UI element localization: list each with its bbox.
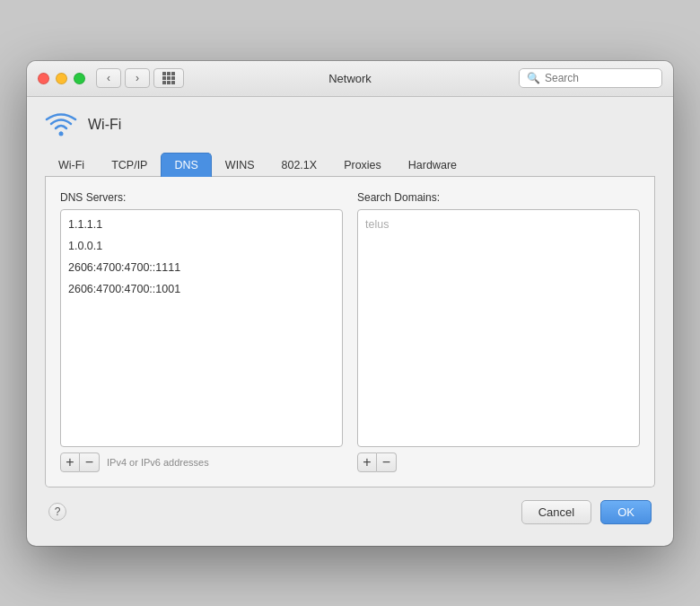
tab-hardware[interactable]: Hardware xyxy=(395,153,470,177)
maximize-button[interactable] xyxy=(74,73,85,84)
dns-servers-controls: + − IPv4 or IPv6 addresses xyxy=(60,452,343,472)
list-item: telus xyxy=(363,214,634,235)
content-area: Wi-Fi Wi-Fi TCP/IP DNS WINS 802.1X Proxi… xyxy=(27,97,673,546)
search-domains-list[interactable]: telus xyxy=(357,209,640,447)
wifi-icon xyxy=(45,111,77,138)
dns-panel: DNS Servers: 1.1.1.1 1.0.0.1 2606:4700:4… xyxy=(45,177,655,487)
search-domains-controls: + − xyxy=(357,452,640,472)
tab-bar: Wi-Fi TCP/IP DNS WINS 802.1X Proxies Har… xyxy=(45,153,655,177)
list-item: 1.0.0.1 xyxy=(66,235,337,257)
help-button[interactable]: ? xyxy=(48,503,66,521)
header-row: Wi-Fi xyxy=(45,111,655,138)
two-column-layout: DNS Servers: 1.1.1.1 1.0.0.1 2606:4700:4… xyxy=(60,191,640,472)
tab-8021x[interactable]: 802.1X xyxy=(268,153,331,177)
search-domains-label: Search Domains: xyxy=(357,191,640,204)
tab-tcpip[interactable]: TCP/IP xyxy=(98,153,161,177)
list-item: 1.1.1.1 xyxy=(66,214,337,235)
traffic-lights xyxy=(38,73,85,84)
dns-servers-label: DNS Servers: xyxy=(60,191,343,204)
back-button[interactable]: ‹ xyxy=(96,68,121,88)
tab-proxies[interactable]: Proxies xyxy=(330,153,395,177)
tab-wifi[interactable]: Wi-Fi xyxy=(45,153,98,177)
search-domains-column: Search Domains: telus + − xyxy=(357,191,640,472)
list-item: 2606:4700:4700::1001 xyxy=(66,278,337,300)
tab-dns[interactable]: DNS xyxy=(161,153,211,177)
domains-add-button[interactable]: + xyxy=(357,452,377,472)
search-icon: 🔍 xyxy=(527,72,540,84)
grid-view-button[interactable] xyxy=(153,68,184,88)
search-input[interactable] xyxy=(545,72,654,84)
dns-remove-button[interactable]: − xyxy=(80,452,100,472)
tab-wins[interactable]: WINS xyxy=(212,153,268,177)
grid-icon xyxy=(162,72,175,84)
dns-servers-list[interactable]: 1.1.1.1 1.0.0.1 2606:4700:4700::1111 260… xyxy=(60,209,343,447)
forward-button[interactable]: › xyxy=(125,68,150,88)
network-window: ‹ › Network 🔍 xyxy=(27,61,673,546)
nav-buttons: ‹ › xyxy=(96,68,150,88)
dns-hint: IPv4 or IPv6 addresses xyxy=(107,457,209,468)
minimize-button[interactable] xyxy=(56,73,67,84)
dns-add-button[interactable]: + xyxy=(60,452,80,472)
window-title: Network xyxy=(328,72,372,85)
ok-button[interactable]: OK xyxy=(600,500,652,524)
dns-servers-column: DNS Servers: 1.1.1.1 1.0.0.1 2606:4700:4… xyxy=(60,191,343,472)
list-item: 2606:4700:4700::1111 xyxy=(66,257,337,278)
titlebar: ‹ › Network 🔍 xyxy=(27,61,673,97)
page-title: Wi-Fi xyxy=(88,117,121,133)
close-button[interactable] xyxy=(38,73,49,84)
cancel-button[interactable]: Cancel xyxy=(521,500,591,524)
domains-remove-button[interactable]: − xyxy=(377,452,397,472)
footer: ? Cancel OK xyxy=(45,487,655,528)
svg-point-0 xyxy=(59,131,64,136)
search-box[interactable]: 🔍 xyxy=(519,68,662,88)
